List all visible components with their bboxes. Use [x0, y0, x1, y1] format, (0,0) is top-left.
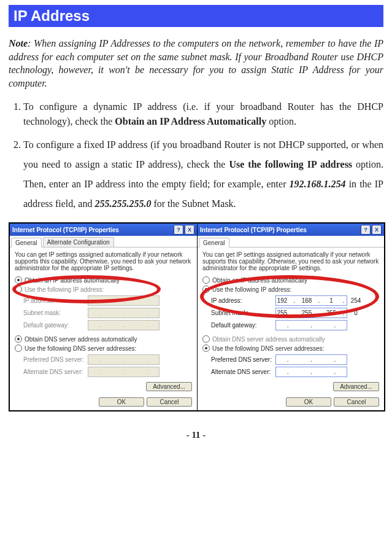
label-altdns: Alternate DNS server: — [211, 368, 275, 375]
list-item-1: To configure a dynamic IP address (i.e. … — [23, 99, 383, 129]
close-icon[interactable]: X — [185, 225, 194, 235]
screenshots-container: Internet Protocol (TCP/IP) Properties ? … — [9, 222, 385, 411]
radio-auto-dns-label: Obtain DNS server address automatically — [212, 336, 325, 343]
blurb-text: You can get IP settings assigned automat… — [15, 251, 192, 271]
li2-b: Use the following IP address — [229, 159, 352, 170]
pref-dns-field: ... — [88, 354, 159, 365]
radio-use-dns-label: Use the following DNS server addresses: — [212, 345, 324, 352]
pref-dns-field[interactable]: ... — [275, 354, 347, 365]
tab-general[interactable]: General — [11, 238, 42, 248]
li2-mask: 255.255.255.0 — [94, 198, 151, 209]
alt-dns-field[interactable]: ... — [275, 367, 347, 377]
page-number: - 11 - — [9, 430, 383, 440]
cancel-button[interactable]: Cancel — [334, 397, 379, 407]
radio-dot-icon — [202, 335, 210, 343]
radio-dot-icon — [15, 286, 22, 293]
advanced-button[interactable]: Advanced... — [333, 382, 379, 391]
radio-dot-icon — [15, 345, 22, 352]
gw-field: ... — [88, 320, 159, 330]
radio-auto-dns[interactable]: Obtain DNS server address automatically — [202, 335, 379, 343]
note-body: : When assigning IP Addresses to the com… — [9, 38, 383, 88]
titlebar: Internet Protocol (TCP/IP) Properties ? … — [198, 224, 384, 236]
gw-field[interactable]: ... — [275, 320, 347, 330]
mask-field: ... — [88, 308, 159, 318]
tab-alternate[interactable]: Alternate Configuration — [43, 237, 114, 247]
list-item-2: To configure a fixed IP address (if you … — [23, 135, 383, 214]
help-icon[interactable]: ? — [361, 225, 371, 235]
radio-use-ip-label: Use the following IP address: — [212, 286, 291, 293]
radio-auto-dns[interactable]: Obtain DNS server address automatically — [15, 335, 192, 343]
label-altdns: Alternate DNS server: — [23, 368, 88, 375]
li1-post: option. — [266, 116, 296, 127]
tcpip-dialog-auto: Internet Protocol (TCP/IP) Properties ? … — [10, 224, 197, 410]
ok-button[interactable]: OK — [286, 397, 331, 407]
radio-auto-ip[interactable]: Obtain an IP address automatically — [202, 276, 379, 284]
section-header: IP Address — [9, 5, 383, 27]
tab-row: General — [198, 236, 384, 248]
radio-dot-icon — [15, 335, 22, 343]
note-label: Note — [9, 38, 28, 49]
label-gw: Default gateway: — [211, 322, 275, 329]
dialog-title: Internet Protocol (TCP/IP) Properties — [12, 227, 119, 233]
li1-bold: Obtain an IP Address Automatically — [115, 116, 266, 127]
radio-use-dns[interactable]: Use the following DNS server addresses: — [202, 345, 379, 352]
mask-field[interactable]: 255. 255. 255. 0 — [275, 308, 347, 318]
advanced-button[interactable]: Advanced... — [146, 382, 192, 391]
radio-auto-ip-label: Obtain an IP address automatically — [212, 277, 307, 284]
dialog-title: Internet Protocol (TCP/IP) Properties — [200, 227, 307, 233]
help-icon[interactable]: ? — [174, 225, 183, 235]
label-gw: Default gateway: — [23, 322, 88, 329]
radio-use-dns[interactable]: Use the following DNS server addresses: — [15, 345, 192, 352]
radio-auto-ip[interactable]: Obtain an IP address automatically — [15, 276, 192, 284]
label-ip: IP address: — [23, 297, 88, 304]
ip-field: ... — [88, 295, 159, 306]
window-buttons: ? X — [174, 225, 194, 235]
radio-use-ip[interactable]: Use the following IP address: — [202, 286, 379, 293]
li2-e: for the Subnet Mask. — [151, 198, 236, 209]
tab-general[interactable]: General — [199, 238, 229, 248]
alt-dns-field: ... — [88, 367, 159, 377]
radio-dot-icon — [202, 345, 210, 352]
blurb-text: You can get IP settings assigned automat… — [202, 251, 379, 271]
radio-auto-dns-label: Obtain DNS server address automatically — [25, 336, 137, 343]
tab-row: General Alternate Configuration — [10, 236, 197, 248]
label-mask: Subnet mask: — [211, 310, 275, 316]
label-pref: Preferred DNS server: — [211, 356, 275, 363]
titlebar: Internet Protocol (TCP/IP) Properties ? … — [10, 224, 197, 236]
label-ip: IP address: — [211, 297, 275, 304]
note-paragraph: Note: When assigning IP Addresses to the… — [9, 37, 383, 90]
ip-field[interactable]: 192. 168. 1. 254 — [275, 295, 347, 306]
radio-use-ip-label: Use the following IP address: — [25, 286, 104, 293]
cancel-button[interactable]: Cancel — [147, 397, 192, 407]
label-pref: Preferred DNS server: — [23, 356, 88, 363]
ok-button[interactable]: OK — [99, 397, 144, 407]
radio-auto-ip-label: Obtain an IP address automatically — [25, 277, 120, 284]
label-mask: Subnet mask: — [23, 310, 88, 316]
radio-use-dns-label: Use the following DNS server addresses: — [25, 345, 136, 352]
close-icon[interactable]: X — [372, 225, 382, 235]
window-buttons: ? X — [361, 225, 382, 235]
tcpip-dialog-static: Internet Protocol (TCP/IP) Properties ? … — [197, 224, 384, 410]
li2-ip: 192.168.1.254 — [290, 179, 346, 189]
radio-dot-icon — [202, 286, 210, 293]
radio-dot-icon — [15, 276, 22, 284]
radio-dot-icon — [202, 276, 210, 284]
radio-use-ip[interactable]: Use the following IP address: — [15, 286, 192, 293]
